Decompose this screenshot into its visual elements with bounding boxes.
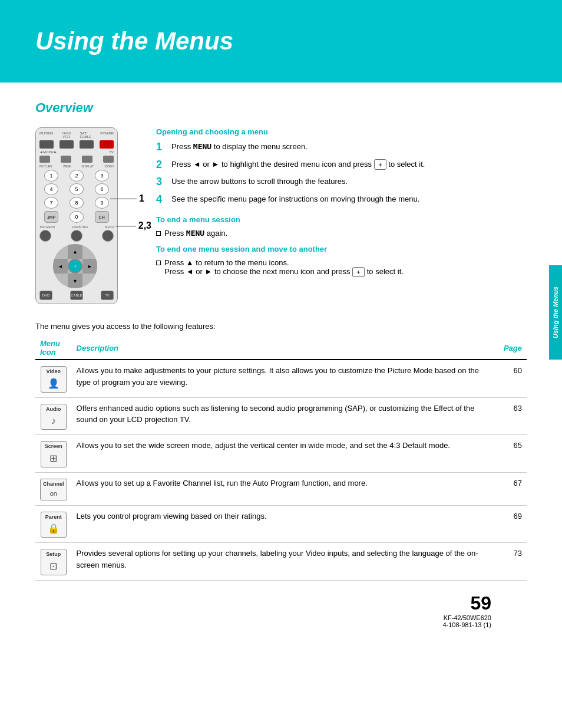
page-number-area: 59 [35, 581, 527, 614]
remote-top-labels: MUTING DVD/VCR SAT/CABLE POWER [39, 131, 114, 139]
side-tab-text: Using the Menus [552, 286, 559, 338]
menu-keyword-2: MENU [186, 229, 204, 238]
step-item-3: 3 Use the arrow buttons to scroll throug… [156, 176, 527, 189]
cable-btn: CABLE [70, 291, 83, 300]
step-number-4: 4 [156, 193, 167, 206]
description-cell-channel: Allows you to set up a Favorite Channel … [72, 472, 499, 505]
remote-container: MUTING DVD/VCR SAT/CABLE POWER ◄MODE► TV [35, 127, 138, 304]
main-content: Overview MUTING DVD/VCR SAT/CABLE POWER [0, 83, 562, 664]
video-btn [103, 156, 114, 163]
section3-heading: To end one menu session and move to anot… [156, 245, 527, 253]
nav-area: ▲ ◄ ＋ ► ▼ [53, 244, 100, 288]
channel-icon-label: Channel [43, 480, 64, 489]
channel-icon-symbol: on [50, 489, 57, 499]
menu-keyword-1: MENU [193, 142, 211, 151]
description-cell-video: Allows you to make adjustments to your p… [72, 360, 499, 397]
numpad: 1 2 3 4 5 6 7 8 9 [39, 170, 114, 209]
page-cell-setup: 73 [499, 543, 527, 581]
table-header-row: Menu Icon Description Page [35, 337, 527, 360]
side-tab: Using the Menus [549, 265, 562, 360]
power-btn [100, 140, 114, 149]
page-number: 59 [470, 592, 491, 614]
wide-btn [61, 156, 71, 163]
video-icon-symbol: 👤 [48, 377, 59, 391]
step-list: 1 Press MENU to display the menu screen.… [156, 141, 527, 206]
num-7: 7 [44, 197, 58, 209]
audio-icon-symbol: ♪ [51, 414, 56, 428]
num-9: 9 [95, 197, 109, 209]
nav-center: ＋ [68, 259, 82, 274]
setup-icon-symbol: ⊡ [49, 559, 57, 574]
num-1: 1 [44, 170, 58, 182]
setup-icon-box: Setup ⊡ [41, 549, 67, 575]
audio-icon-label: Audio [46, 406, 61, 414]
plus-btn-icon-2: ＋ [352, 267, 365, 277]
num-4: 4 [44, 183, 58, 195]
icon-cell-channel: Channel on [35, 472, 72, 505]
section2-bullet-1: Press MENU again. [156, 229, 527, 238]
callout-line-23 [115, 226, 136, 226]
page-cell-screen: 65 [499, 435, 527, 473]
menu-btn [102, 230, 114, 242]
remote-drawing: MUTING DVD/VCR SAT/CABLE POWER ◄MODE► TV [35, 127, 118, 304]
step-text-2: Press ◄ or ► to highlight the desired me… [171, 159, 425, 170]
audio-icon-box: Audio ♪ [41, 404, 67, 430]
ch-btn: CH [95, 211, 109, 223]
page-cell-video: 60 [499, 360, 527, 397]
step-text-1: Press MENU to display the menu screen. [171, 141, 308, 153]
footer-model: KF-42/50WE620 [35, 614, 491, 621]
parent-icon-symbol: 🔒 [48, 522, 59, 536]
section2-heading: To end a menu session [156, 215, 527, 224]
parent-icon-box: Parent 🔒 [41, 512, 67, 538]
section2-bullet-text: Press MENU again. [164, 229, 227, 238]
col-header-page: Page [499, 337, 527, 360]
setup-icon-label: Setup [46, 551, 61, 559]
tv-btn: TV [101, 291, 114, 300]
description-cell-screen: Allows you to set the wide screen mode, … [72, 435, 499, 473]
num-2: 2 [70, 170, 84, 182]
callout-line-1 [110, 199, 137, 199]
num-3: 3 [95, 170, 109, 182]
remote-second-row [39, 156, 114, 163]
footer: KF-42/50WE620 4-108-981-13 (1) [35, 614, 527, 640]
icon-cell-audio: Audio ♪ [35, 397, 72, 435]
table-row: Parent 🔒 Lets you control program viewin… [35, 505, 527, 543]
table-row: Channel on Allows you to set up a Favori… [35, 472, 527, 505]
callout-1-container: 1 [110, 193, 144, 204]
step-number-3: 3 [156, 176, 167, 189]
page-cell-parent: 69 [499, 505, 527, 543]
icon-cell-setup: Setup ⊡ [35, 543, 72, 581]
instructions-area: Opening and choosing a menu 1 Press MENU… [156, 127, 527, 304]
step-item-2: 2 Press ◄ or ► to highlight the desired … [156, 159, 527, 172]
num-0: 0 [70, 211, 84, 223]
table-row: Video 👤 Allows you to make adjustments t… [35, 360, 527, 397]
col-header-description: Description [72, 337, 499, 360]
bullet-square-icon [156, 231, 161, 236]
nav-up: ▲ [68, 244, 82, 259]
dvd-btn: DVD [39, 291, 52, 300]
picture-btn [39, 156, 50, 163]
step-item-4: 4 See the specific menu page for instruc… [156, 193, 527, 206]
step-text-4: See the specific menu page for instructi… [171, 193, 419, 205]
display-btn [82, 156, 92, 163]
num-5: 5 [70, 183, 84, 195]
overview-layout: MUTING DVD/VCR SAT/CABLE POWER ◄MODE► TV [35, 127, 527, 304]
remote-mode-row: ◄MODE► TV [39, 150, 114, 154]
features-section: The menu gives you access to the followi… [35, 322, 527, 581]
features-intro: The menu gives you access to the followi… [35, 322, 527, 331]
step-number-1: 1 [156, 141, 167, 154]
screen-icon-symbol: ⊞ [49, 452, 57, 466]
video-icon-box: Video 👤 [41, 366, 67, 393]
page-cell-audio: 63 [499, 397, 527, 435]
step-text-3: Use the arrow buttons to scroll through … [171, 176, 348, 187]
col-header-icon: Menu Icon [35, 337, 72, 360]
icon-cell-parent: Parent 🔒 [35, 505, 72, 543]
num-8: 8 [70, 197, 84, 209]
bullet-square-2-icon [156, 261, 161, 265]
step-number-2: 2 [156, 159, 167, 172]
description-cell-setup: Provides several options for setting up … [72, 543, 499, 581]
section3-bullet-text-1: Press ▲ to return to the menu icons.Pres… [164, 258, 404, 277]
jump-btn: JMP [44, 211, 58, 223]
description-cell-audio: Offers enhanced audio options such as li… [72, 397, 499, 435]
header-banner: Using the Menus [0, 0, 562, 83]
